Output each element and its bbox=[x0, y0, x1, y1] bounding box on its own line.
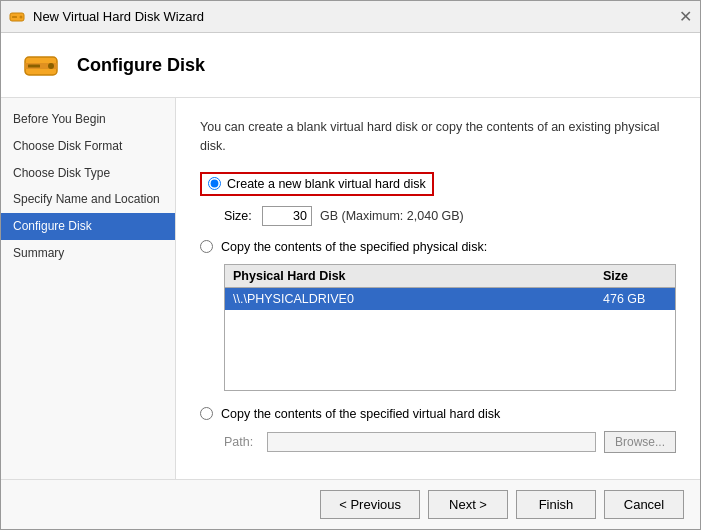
svg-point-1 bbox=[20, 15, 23, 18]
header-disk-icon bbox=[21, 45, 61, 85]
table-header: Physical Hard Disk Size bbox=[225, 265, 675, 288]
content-area: Before You Begin Choose Disk Format Choo… bbox=[1, 98, 700, 479]
title-bar-text: New Virtual Hard Disk Wizard bbox=[33, 9, 204, 24]
sidebar-item-choose-disk-type[interactable]: Choose Disk Type bbox=[1, 160, 175, 187]
size-label: Size: bbox=[224, 209, 254, 223]
footer: < Previous Next > Finish Cancel bbox=[1, 479, 700, 529]
header-title: Configure Disk bbox=[77, 55, 205, 76]
titlebar-icon bbox=[9, 9, 25, 25]
main-content: You can create a blank virtual hard disk… bbox=[176, 98, 700, 479]
col-header-size: Size bbox=[595, 265, 675, 287]
path-row: Path: Browse... bbox=[224, 431, 676, 453]
close-button[interactable]: ✕ bbox=[679, 9, 692, 25]
sidebar-item-choose-disk-format[interactable]: Choose Disk Format bbox=[1, 133, 175, 160]
copy-physical-label: Copy the contents of the specified physi… bbox=[221, 240, 487, 254]
svg-point-5 bbox=[48, 63, 54, 69]
copy-physical-option-row: Copy the contents of the specified physi… bbox=[200, 240, 676, 254]
copy-virtual-label: Copy the contents of the specified virtu… bbox=[221, 407, 500, 421]
wizard-header: Configure Disk bbox=[1, 33, 700, 98]
sidebar-item-configure-disk[interactable]: Configure Disk bbox=[1, 213, 175, 240]
next-button[interactable]: Next > bbox=[428, 490, 508, 519]
description-text: You can create a blank virtual hard disk… bbox=[200, 118, 676, 156]
cancel-button[interactable]: Cancel bbox=[604, 490, 684, 519]
previous-button[interactable]: < Previous bbox=[320, 490, 420, 519]
size-row: Size: GB (Maximum: 2,040 GB) bbox=[224, 206, 676, 226]
create-new-option-row: Create a new blank virtual hard disk bbox=[200, 172, 676, 196]
finish-button[interactable]: Finish bbox=[516, 490, 596, 519]
copy-virtual-radio[interactable] bbox=[200, 407, 213, 420]
wizard-window: New Virtual Hard Disk Wizard ✕ Configure… bbox=[0, 0, 701, 530]
sidebar-item-summary[interactable]: Summary bbox=[1, 240, 175, 267]
sidebar-item-before-you-begin[interactable]: Before You Begin bbox=[1, 106, 175, 133]
create-new-radio[interactable] bbox=[208, 177, 221, 190]
physical-disk-table: Physical Hard Disk Size \\.\PHYSICALDRIV… bbox=[224, 264, 676, 391]
copy-virtual-option-row: Copy the contents of the specified virtu… bbox=[200, 407, 676, 421]
copy-physical-radio[interactable] bbox=[200, 240, 213, 253]
svg-rect-2 bbox=[12, 16, 17, 18]
title-bar: New Virtual Hard Disk Wizard ✕ bbox=[1, 1, 700, 33]
table-cell-size: 476 GB bbox=[595, 288, 675, 310]
path-label: Path: bbox=[224, 435, 259, 449]
browse-button[interactable]: Browse... bbox=[604, 431, 676, 453]
sidebar-item-specify-name-location[interactable]: Specify Name and Location bbox=[1, 186, 175, 213]
size-note: GB (Maximum: 2,040 GB) bbox=[320, 209, 464, 223]
create-new-highlighted: Create a new blank virtual hard disk bbox=[200, 172, 434, 196]
sidebar: Before You Begin Choose Disk Format Choo… bbox=[1, 98, 176, 479]
svg-rect-6 bbox=[28, 65, 40, 68]
create-new-label: Create a new blank virtual hard disk bbox=[227, 177, 426, 191]
col-header-disk: Physical Hard Disk bbox=[225, 265, 595, 287]
table-empty-area bbox=[225, 310, 675, 390]
size-input[interactable] bbox=[262, 206, 312, 226]
path-input[interactable] bbox=[267, 432, 596, 452]
table-row[interactable]: \\.\PHYSICALDRIVE0 476 GB bbox=[225, 288, 675, 310]
table-cell-disk: \\.\PHYSICALDRIVE0 bbox=[225, 288, 595, 310]
title-bar-left: New Virtual Hard Disk Wizard bbox=[9, 9, 204, 25]
